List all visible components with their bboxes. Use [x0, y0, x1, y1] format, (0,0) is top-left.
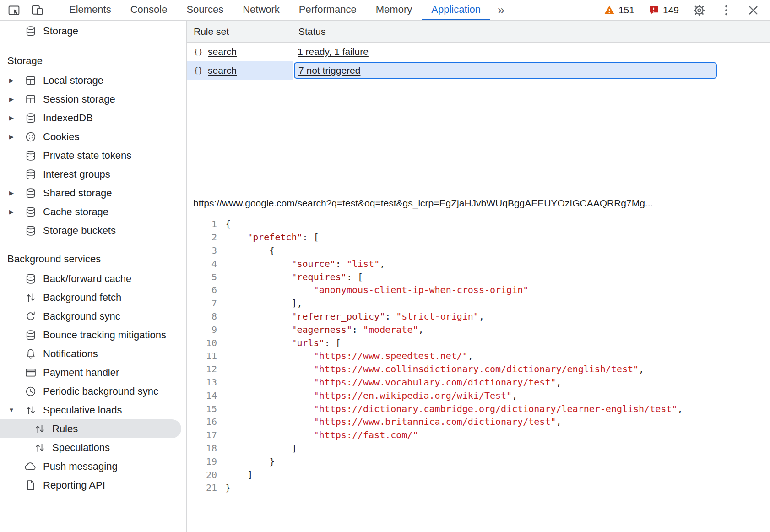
- line-number: 13: [187, 377, 217, 388]
- code-line: 16 "https://www.britannica.com/dictionar…: [187, 415, 770, 429]
- tab-performance[interactable]: Performance: [289, 0, 366, 20]
- sidebar-item-push-messaging[interactable]: Push messaging: [0, 457, 186, 476]
- sidebar-item-private-state-tokens[interactable]: Private state tokens: [0, 146, 186, 165]
- inspect-element-icon[interactable]: [7, 4, 21, 17]
- close-icon[interactable]: [747, 4, 760, 17]
- expander-arrow-icon[interactable]: ▶: [6, 96, 16, 103]
- sidebar-item-cache-storage[interactable]: ▶Cache storage: [0, 202, 186, 221]
- sidebar-item-label: Session storage: [43, 93, 115, 105]
- sidebar-item-background-fetch[interactable]: Background fetch: [0, 288, 186, 307]
- code-line: 10 "urls": [: [187, 336, 770, 349]
- sidebar-item-label: Cache storage: [43, 206, 108, 218]
- line-number: 8: [187, 311, 217, 322]
- column-divider: [293, 21, 293, 191]
- sidebar-item-interest-groups[interactable]: Interest groups: [0, 165, 186, 184]
- tab-console[interactable]: Console: [121, 0, 177, 20]
- device-toolbar-icon[interactable]: [31, 4, 44, 17]
- line-number: 12: [187, 364, 217, 375]
- column-header-rule-set: Rule set: [187, 21, 293, 42]
- status-link[interactable]: 7 not triggered: [298, 65, 360, 76]
- warnings-badge[interactable]: 151: [604, 5, 634, 16]
- svg-text:{}: {}: [194, 66, 202, 75]
- code-line: 18 ]: [187, 442, 770, 455]
- sidebar-item-payment-handler[interactable]: Payment handler: [0, 363, 186, 382]
- doc-icon: [25, 479, 37, 491]
- code-line: 15 "https://dictionary.cambridge.org/dic…: [187, 402, 770, 415]
- tab-network[interactable]: Network: [233, 0, 289, 20]
- tab-elements[interactable]: Elements: [60, 0, 121, 20]
- expander-arrow-icon[interactable]: ▼: [6, 407, 16, 413]
- line-number: 18: [187, 443, 217, 454]
- line-number: 16: [187, 416, 217, 427]
- sidebar-item-label: Interest groups: [43, 168, 110, 180]
- sidebar-item-bounce-tracking-mitigations[interactable]: Bounce tracking mitigations: [0, 326, 186, 344]
- toolbar-left-icons: [0, 0, 52, 20]
- line-number: 9: [187, 324, 217, 335]
- ruleset-row[interactable]: {}search7 not triggered: [187, 61, 770, 80]
- sidebar-item-background-sync[interactable]: Background sync: [0, 307, 186, 326]
- ruleset-link[interactable]: search: [208, 46, 237, 57]
- tab-application[interactable]: Application: [422, 0, 490, 20]
- tabs-bar: ElementsConsoleSourcesNetworkPerformance…: [60, 0, 490, 20]
- database-icon: [25, 112, 37, 124]
- updown-icon: [25, 404, 37, 416]
- table-icon: [25, 93, 37, 105]
- line-number: 20: [187, 469, 217, 480]
- sidebar-item-shared-storage[interactable]: ▶Shared storage: [0, 184, 186, 202]
- code-line: 4 "source": "list",: [187, 257, 770, 270]
- sidebar-item-storage[interactable]: Storage: [0, 21, 186, 42]
- expander-arrow-icon[interactable]: ▶: [6, 77, 16, 84]
- code-line: 1{: [187, 217, 770, 231]
- column-header-status: Status: [293, 21, 770, 42]
- card-icon: [25, 367, 37, 379]
- expander-arrow-icon[interactable]: ▶: [6, 208, 16, 215]
- sidebar-item-storage-buckets[interactable]: Storage buckets: [0, 221, 186, 240]
- sidebar-item-notifications[interactable]: Notifications: [0, 344, 186, 363]
- svg-text:{}: {}: [194, 47, 202, 56]
- line-number: 21: [187, 482, 217, 493]
- line-number: 3: [187, 245, 217, 256]
- sidebar-item-speculations[interactable]: Speculations: [0, 438, 186, 457]
- sidebar-item-reporting-api[interactable]: Reporting API: [0, 476, 186, 494]
- line-number: 7: [187, 298, 217, 309]
- sidebar-item-session-storage[interactable]: ▶Session storage: [0, 90, 186, 109]
- sidebar-item-label: Speculative loads: [43, 404, 122, 416]
- expander-arrow-icon[interactable]: ▶: [6, 190, 16, 196]
- updown-icon: [34, 423, 46, 435]
- line-number: 5: [187, 271, 217, 282]
- more-tabs-icon[interactable]: »: [490, 0, 512, 20]
- line-number: 11: [187, 350, 217, 361]
- code-viewer: 1{2 "prefetch": [3 {4 "source": "list",5…: [187, 215, 770, 532]
- sidebar-item-label: Storage: [43, 25, 78, 37]
- code-line: 17 "https://fast.com/": [187, 429, 770, 442]
- errors-badge[interactable]: 149: [648, 5, 679, 16]
- status-link[interactable]: 1 ready, 1 failure: [298, 46, 369, 57]
- sidebar-item-label: Reporting API: [43, 479, 105, 491]
- expander-arrow-icon[interactable]: ▶: [6, 133, 16, 140]
- table-icon: [25, 75, 37, 87]
- source-url: https://www.google.com/search?q=test&oq=…: [193, 198, 653, 209]
- devtools-window: ElementsConsoleSourcesNetworkPerformance…: [0, 0, 770, 532]
- sidebar-item-label: Local storage: [43, 75, 103, 87]
- sidebar-item-rules[interactable]: Rules: [0, 419, 181, 438]
- ruleset-row[interactable]: {}search1 ready, 1 failure: [187, 43, 770, 61]
- sidebar-item-periodic-background-sync[interactable]: Periodic background sync: [0, 382, 186, 401]
- expander-arrow-icon[interactable]: ▶: [6, 114, 16, 121]
- sidebar-item-indexeddb[interactable]: ▶IndexedDB: [0, 109, 186, 127]
- ruleset-link[interactable]: search: [208, 65, 237, 76]
- error-count: 149: [663, 5, 679, 16]
- settings-gear-icon[interactable]: [693, 4, 706, 17]
- toolbar-right-group: 151 149: [604, 0, 770, 20]
- sidebar-item-speculative-loads[interactable]: ▼Speculative loads: [0, 401, 186, 419]
- section-title-storage: Storage: [0, 51, 186, 71]
- tab-memory[interactable]: Memory: [366, 0, 422, 20]
- database-icon: [25, 25, 37, 37]
- braces-icon: {}: [193, 65, 204, 76]
- tab-sources[interactable]: Sources: [177, 0, 233, 20]
- ruleset-table-header: Rule set Status: [187, 21, 770, 43]
- kebab-menu-icon[interactable]: [720, 4, 733, 17]
- sidebar-item-back-forward-cache[interactable]: Back/forward cache: [0, 269, 186, 288]
- sidebar-item-cookies[interactable]: ▶Cookies: [0, 127, 186, 146]
- line-number: 4: [187, 258, 217, 269]
- sidebar-item-local-storage[interactable]: ▶Local storage: [0, 71, 186, 90]
